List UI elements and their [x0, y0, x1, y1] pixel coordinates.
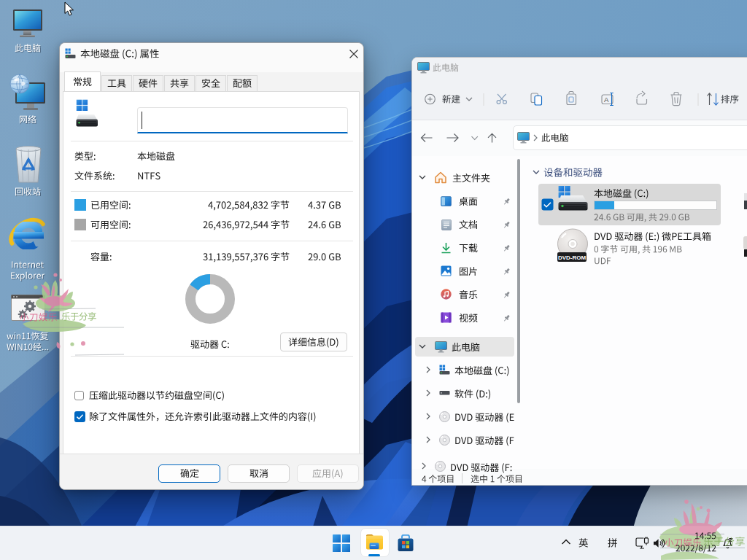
svg-text:DVD-ROM: DVD-ROM: [558, 254, 587, 261]
svg-text:A: A: [604, 96, 609, 104]
